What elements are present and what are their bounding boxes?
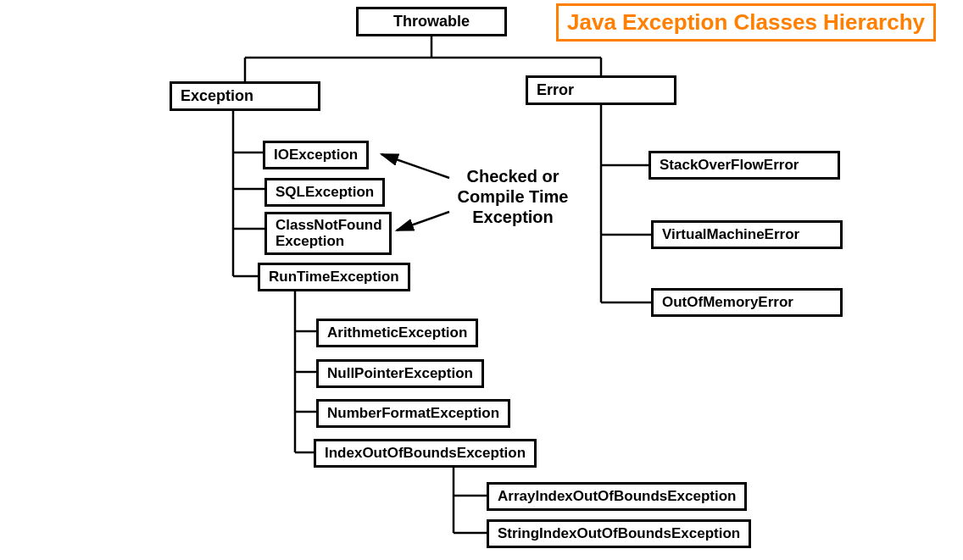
node-numberformat: NumberFormatException xyxy=(316,399,510,428)
node-error: Error xyxy=(526,75,676,105)
diagram-title: Java Exception Classes Hierarchy xyxy=(556,3,936,42)
node-throwable: Throwable xyxy=(356,7,507,36)
node-exception: Exception xyxy=(170,81,320,111)
node-arrayindex: ArrayIndexOutOfBoundsException xyxy=(487,482,747,511)
node-nullpointer: NullPointerException xyxy=(316,359,484,388)
node-indexoutofbounds: IndexOutOfBoundsException xyxy=(314,439,537,468)
node-outofmemory: OutOfMemoryError xyxy=(651,288,843,317)
node-virtualmachine: VirtualMachineError xyxy=(651,220,843,249)
node-runtimeexception: RunTimeException xyxy=(258,263,410,291)
node-sqlexception: SQLException xyxy=(264,178,385,207)
node-classnotfound: ClassNotFound Exception xyxy=(264,212,392,255)
node-stackoverflow: StackOverFlowError xyxy=(648,151,840,180)
connector-lines xyxy=(0,0,963,560)
node-arithmetic: ArithmeticException xyxy=(316,319,478,347)
svg-line-22 xyxy=(397,212,449,230)
node-stringindex: StringIndexOutOfBoundsException xyxy=(487,519,751,548)
node-ioexception: IOException xyxy=(263,141,369,169)
svg-line-21 xyxy=(381,154,449,178)
checked-annotation: Checked or Compile Time Exception xyxy=(449,166,576,227)
